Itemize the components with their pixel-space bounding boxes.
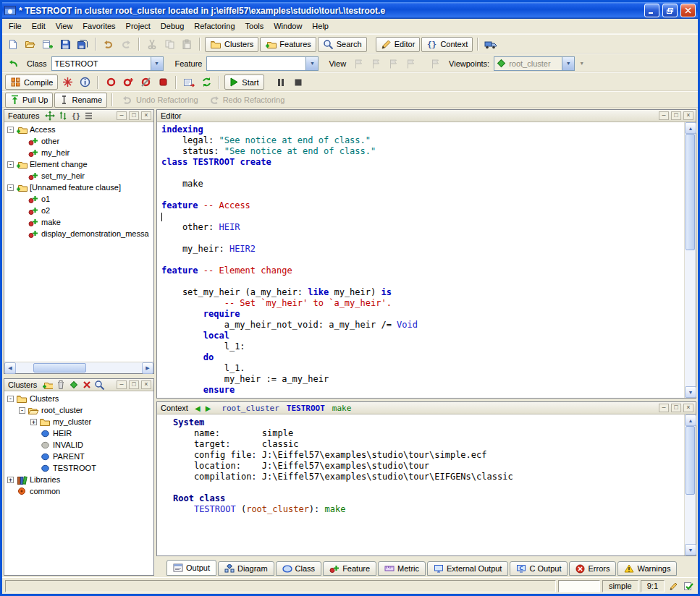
new-file-button[interactable] <box>5 36 21 52</box>
bp-ring-button[interactable] <box>103 74 119 90</box>
trash-icon[interactable] <box>55 380 66 390</box>
tree-item-heir[interactable]: HEIR <box>4 427 153 439</box>
save-button[interactable] <box>57 36 73 52</box>
context-panel-caption[interactable]: Context ◀ ▶ root_clusterTESTROOTmake – □… <box>157 402 696 414</box>
tree-item-my-cluster[interactable]: +my_cluster <box>4 416 153 427</box>
panel-close-button[interactable]: × <box>683 404 693 412</box>
tree-expander-icon[interactable]: - <box>7 127 14 133</box>
breadcrumb-feature[interactable]: make <box>332 404 352 413</box>
editor-panel-caption[interactable]: Editor – □ × <box>157 110 696 122</box>
copy-button[interactable] <box>161 36 177 52</box>
back-icon[interactable]: ◀ <box>193 404 202 412</box>
undo-refactoring-button[interactable]: Undo Refactoring <box>117 93 203 108</box>
panel-minimize-button[interactable]: – <box>117 111 127 120</box>
scrollbar-thumb[interactable] <box>686 134 695 250</box>
tree-expander-icon[interactable]: - <box>19 407 25 414</box>
bp-plus-button[interactable] <box>120 74 136 90</box>
tree-item-invalid[interactable]: INVALID <box>4 439 153 451</box>
tree-item-libraries[interactable]: +Libraries <box>4 474 153 485</box>
restore-button[interactable] <box>662 4 678 17</box>
breadcrumb-cluster[interactable]: root_cluster <box>222 404 279 413</box>
panel-minimize-button[interactable]: – <box>659 404 669 412</box>
view-option-icon[interactable] <box>402 56 418 72</box>
scroll-up-button[interactable]: ▲ <box>685 122 696 134</box>
scrollbar-track[interactable] <box>685 426 696 544</box>
title-bar[interactable]: * TESTROOT in cluster root_cluster locat… <box>2 2 698 19</box>
compile-button[interactable]: Compile <box>5 74 58 90</box>
viewpoints-menu-button[interactable]: ▼ <box>576 57 587 70</box>
scrollbar-thumb[interactable] <box>33 363 86 372</box>
panel-minimize-button[interactable]: – <box>659 111 669 120</box>
tab-metric[interactable]: Metric <box>378 561 426 576</box>
menu-tools[interactable]: Tools <box>240 20 269 33</box>
menu-window[interactable]: Window <box>269 20 307 33</box>
diamond-icon[interactable] <box>68 380 79 390</box>
tab-warnings[interactable]: Warnings <box>617 561 677 576</box>
tree-expander-icon[interactable]: + <box>30 419 37 425</box>
add-folder-icon[interactable] <box>42 380 53 390</box>
edit-mode-icon[interactable] <box>667 580 680 592</box>
chevron-down-icon[interactable]: ▼ <box>562 57 574 70</box>
tree-item-parent[interactable]: PARENT <box>4 451 153 462</box>
start-button[interactable]: Start <box>224 74 263 90</box>
tree-item-other[interactable]: other <box>4 135 153 147</box>
pause-button[interactable] <box>273 74 289 90</box>
undo-button[interactable] <box>101 36 117 52</box>
panel-maximize-button[interactable]: □ <box>671 404 681 412</box>
scroll-right-button[interactable]: ▶ <box>142 362 153 374</box>
menu-view[interactable]: View <box>51 20 78 33</box>
redo-button[interactable] <box>118 36 134 52</box>
cut-button[interactable] <box>144 36 160 52</box>
tree-item-access[interactable]: -Access <box>4 124 153 135</box>
view-option-icon[interactable] <box>368 56 384 72</box>
bp-square-button[interactable] <box>155 74 171 90</box>
menu-help[interactable]: Help <box>307 20 334 33</box>
tree-item-o1[interactable]: o1 <box>4 193 153 205</box>
freeze-button[interactable] <box>59 74 75 90</box>
rename-button[interactable]: Rename <box>54 93 107 108</box>
compile-status-icon[interactable] <box>682 580 695 592</box>
refresh-button[interactable] <box>198 74 214 90</box>
history-button[interactable] <box>5 56 21 72</box>
features-button[interactable]: Features <box>260 37 316 52</box>
clusters-button[interactable]: Clusters <box>205 37 258 52</box>
context-button[interactable]: {}Context <box>421 37 473 52</box>
view-option-icon[interactable] <box>350 56 366 72</box>
new-window-button[interactable] <box>40 36 56 52</box>
class-combobox[interactable]: TESTROOT ▼ <box>51 56 164 71</box>
paste-button[interactable] <box>179 36 195 52</box>
save-all-button[interactable] <box>75 36 90 52</box>
tree-item-o2[interactable]: o2 <box>4 205 153 216</box>
move-icon[interactable] <box>44 111 55 121</box>
pull-up-button[interactable]: Pull Up <box>5 93 53 108</box>
view-option-icon[interactable] <box>427 56 443 72</box>
delete-icon[interactable] <box>81 380 92 390</box>
editor-vscrollbar[interactable]: ▲ ▼ <box>684 122 696 398</box>
context-vscrollbar[interactable]: ▲ ▼ <box>684 414 696 555</box>
tab-c-output[interactable]: CC Output <box>510 561 568 576</box>
tree-item-unnamed-feature-clause[interactable]: -[Unnamed feature clause] <box>4 182 153 193</box>
tree-expander-icon[interactable]: - <box>7 184 14 191</box>
scroll-left-button[interactable]: ◀ <box>4 362 16 374</box>
forward-icon[interactable]: ▶ <box>204 404 213 412</box>
redo-refactoring-button[interactable]: Redo Refactoring <box>204 93 290 108</box>
view-option-icon[interactable] <box>385 56 401 72</box>
breadcrumb-class[interactable]: TESTROOT <box>287 404 325 413</box>
tree-item-make[interactable]: make <box>4 216 153 228</box>
panel-maximize-button[interactable]: □ <box>671 111 681 120</box>
tree-expander-icon[interactable]: - <box>7 396 14 402</box>
signature-icon[interactable]: {} <box>70 111 81 121</box>
tree-expander-icon[interactable]: - <box>7 161 14 168</box>
menu-icon[interactable] <box>83 111 94 121</box>
editor-button[interactable]: Editor <box>376 37 421 52</box>
tree-item-clusters[interactable]: -Clusters <box>4 393 153 404</box>
ignore-bp-button[interactable] <box>181 74 197 90</box>
scrollbar-track[interactable] <box>16 362 142 373</box>
open-button[interactable] <box>22 36 38 52</box>
tab-diagram[interactable]: Diagram <box>218 561 274 576</box>
menu-favorites[interactable]: Favorites <box>77 20 120 33</box>
panel-minimize-button[interactable]: – <box>117 380 127 389</box>
info-button[interactable] <box>77 74 93 90</box>
scroll-down-button[interactable]: ▼ <box>685 544 696 555</box>
feature-combobox[interactable]: ▼ <box>206 56 319 71</box>
